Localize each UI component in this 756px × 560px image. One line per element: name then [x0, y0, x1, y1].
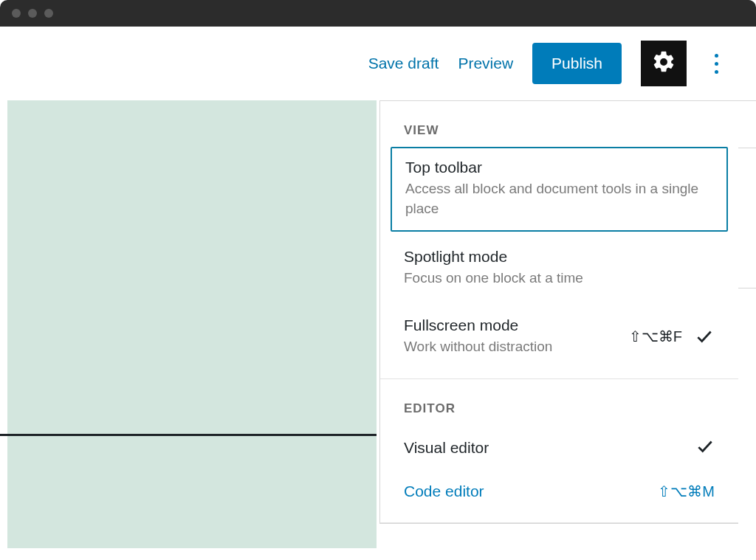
kebab-dot — [715, 54, 718, 58]
menu-divider — [380, 522, 738, 523]
more-options-button[interactable] — [706, 47, 726, 80]
gear-icon — [651, 49, 676, 77]
kebab-dot — [715, 70, 718, 74]
menu-item-title: Top toolbar — [405, 159, 713, 176]
menu-item-visual-editor[interactable]: Visual editor — [380, 425, 738, 471]
menu-item-shortcut: ⇧⌥⌘M — [658, 483, 715, 500]
menu-item-fullscreen-mode[interactable]: Fullscreen mode Work without distraction… — [391, 306, 728, 369]
menu-item-spotlight-mode[interactable]: Spotlight mode Focus on one block at a t… — [391, 238, 728, 300]
menu-item-top-toolbar[interactable]: Top toolbar Access all block and documen… — [391, 147, 728, 232]
menu-item-description: Access all block and document tools in a… — [405, 179, 713, 218]
check-icon — [694, 327, 715, 346]
window-control-close[interactable] — [12, 9, 21, 18]
menu-item-title: Spotlight mode — [404, 248, 715, 266]
editor-canvas[interactable] — [7, 100, 377, 548]
sidebar-panel-edge — [738, 100, 756, 548]
preview-button[interactable]: Preview — [458, 55, 513, 72]
menu-section-editor-label: EDITOR — [380, 379, 738, 425]
menu-section-view-label: VIEW — [380, 101, 738, 147]
menu-item-description: Work without distraction — [404, 337, 617, 357]
kebab-dot — [715, 62, 718, 66]
menu-item-code-editor[interactable]: Code editor ⇧⌥⌘M — [380, 471, 738, 512]
settings-button[interactable] — [641, 41, 687, 86]
menu-item-label: Code editor — [404, 483, 484, 500]
menu-item-label: Visual editor — [404, 439, 489, 457]
menu-item-shortcut: ⇧⌥⌘F — [629, 328, 682, 345]
window-control-minimize[interactable] — [28, 9, 37, 18]
publish-button[interactable]: Publish — [532, 43, 622, 84]
workspace: VIEW Top toolbar Access all block and do… — [0, 100, 756, 560]
window-titlebar — [0, 0, 756, 27]
options-dropdown-menu: VIEW Top toolbar Access all block and do… — [379, 100, 738, 524]
menu-item-title: Fullscreen mode — [404, 317, 617, 334]
block-separator[interactable] — [0, 434, 377, 436]
save-draft-button[interactable]: Save draft — [368, 55, 439, 72]
check-icon — [695, 437, 715, 459]
editor-toolbar: Save draft Preview Publish — [0, 27, 756, 100]
window-control-zoom[interactable] — [44, 9, 53, 18]
menu-item-description: Focus on one block at a time — [404, 269, 715, 288]
